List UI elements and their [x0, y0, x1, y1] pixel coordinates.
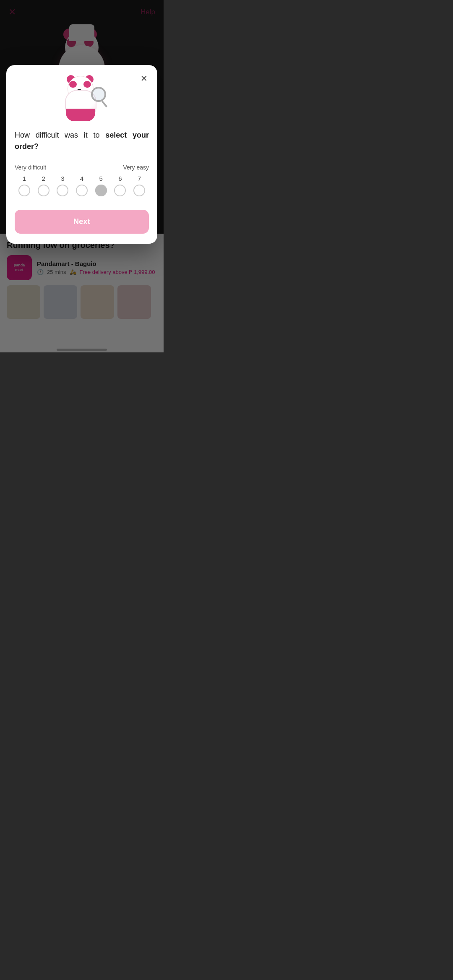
scale-item-1[interactable]: 1: [15, 175, 34, 196]
scale-number-7: 7: [138, 175, 141, 182]
scale-radio-3[interactable]: [57, 185, 68, 196]
scale-number-4: 4: [80, 175, 83, 182]
scale-number-6: 6: [118, 175, 122, 182]
scale-item-5[interactable]: 5: [91, 175, 111, 196]
scale-radio-2[interactable]: [38, 185, 49, 196]
scale-row: 1234567: [15, 175, 149, 196]
scale-number-1: 1: [23, 175, 26, 182]
scale-item-7[interactable]: 7: [130, 175, 149, 196]
scale-min-label: Very difficult: [15, 164, 46, 171]
scale-radio-1[interactable]: [18, 185, 30, 196]
panda-magnifier-art: [57, 75, 107, 121]
scale-radio-4[interactable]: [76, 185, 88, 196]
scale-number-3: 3: [61, 175, 64, 182]
modal-panda-illustration: [15, 75, 149, 121]
scale-labels: Very difficult Very easy: [15, 164, 149, 171]
modal-close-button[interactable]: ✕: [137, 72, 151, 85]
question-prefix: How difficult was it to: [15, 131, 105, 139]
scale-item-4[interactable]: 4: [72, 175, 91, 196]
survey-modal: ✕ How difficult was it to select your or…: [6, 65, 157, 244]
scale-radio-5[interactable]: [95, 185, 107, 196]
scale-number-2: 2: [42, 175, 45, 182]
question-text: How difficult was it to select your orde…: [15, 130, 149, 152]
home-indicator: [57, 349, 107, 351]
scale-radio-6[interactable]: [114, 185, 126, 196]
scale-item-2[interactable]: 2: [34, 175, 53, 196]
scale-item-3[interactable]: 3: [53, 175, 72, 196]
scale-radio-7[interactable]: [133, 185, 145, 196]
scale-max-label: Very easy: [123, 164, 149, 171]
scale-item-6[interactable]: 6: [111, 175, 130, 196]
scale-number-5: 5: [99, 175, 103, 182]
next-button[interactable]: Next: [15, 210, 149, 234]
